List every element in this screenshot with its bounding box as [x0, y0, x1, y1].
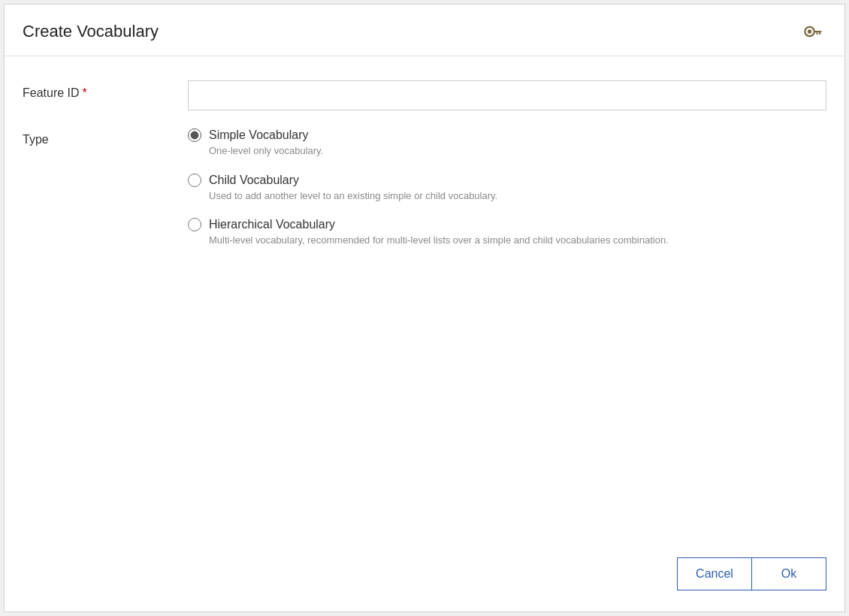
feature-id-label: Feature ID*	[23, 80, 188, 100]
radio-hierarchical-label: Hierarchical Vocabulary	[209, 218, 335, 231]
type-radio-group: Simple Vocabulary One-level only vocabul…	[188, 128, 669, 263]
radio-simple[interactable]	[188, 128, 201, 142]
type-row: Type Simple Vocabulary One-level only vo…	[23, 128, 826, 263]
required-star: *	[83, 86, 87, 99]
ok-button[interactable]: Ok	[751, 557, 826, 590]
feature-id-control	[188, 80, 826, 110]
svg-rect-2	[814, 31, 822, 32]
feature-id-row: Feature ID*	[23, 80, 826, 110]
radio-label-child[interactable]: Child Vocabulary	[188, 174, 669, 187]
svg-rect-3	[819, 32, 820, 35]
radio-hierarchical-description: Multi-level vocabulary, recommended for …	[209, 233, 669, 248]
dialog-body: Feature ID* Type Simple Vocabulary One-l…	[5, 56, 844, 542]
type-label: Type	[23, 128, 188, 146]
radio-child-label: Child Vocabulary	[209, 174, 299, 187]
key-icon	[799, 18, 826, 45]
dialog-title: Create Vocabulary	[23, 22, 159, 41]
svg-point-1	[808, 29, 811, 33]
svg-rect-4	[816, 32, 817, 35]
radio-label-simple[interactable]: Simple Vocabulary	[188, 128, 669, 142]
dialog-footer: Cancel Ok	[5, 542, 844, 611]
radio-simple-label: Simple Vocabulary	[209, 128, 309, 142]
dialog-header: Create Vocabulary	[5, 5, 844, 56]
radio-child[interactable]	[188, 174, 201, 187]
radio-option-simple: Simple Vocabulary One-level only vocabul…	[188, 128, 669, 168]
create-vocabulary-dialog: Create Vocabulary Feature ID*	[4, 4, 845, 612]
radio-simple-description: One-level only vocabulary.	[209, 143, 669, 159]
radio-label-hierarchical[interactable]: Hierarchical Vocabulary	[188, 218, 669, 231]
radio-option-child: Child Vocabulary Used to add another lev…	[188, 174, 669, 213]
feature-id-input[interactable]	[188, 80, 826, 110]
radio-option-hierarchical: Hierarchical Vocabulary Multi-level voca…	[188, 218, 669, 257]
radio-child-description: Used to add another level to an existing…	[209, 189, 669, 204]
radio-hierarchical[interactable]	[188, 218, 201, 231]
cancel-button[interactable]: Cancel	[677, 557, 752, 590]
